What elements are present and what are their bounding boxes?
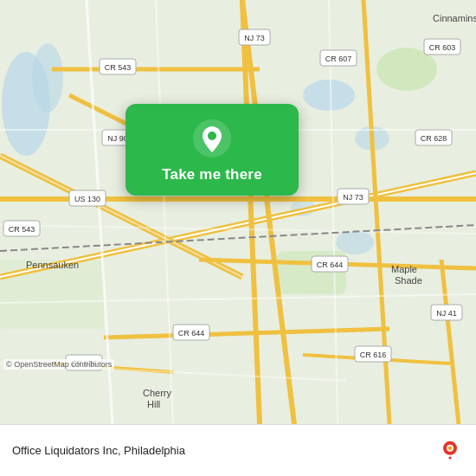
svg-text:CR 616: CR 616 xyxy=(360,351,387,359)
take-me-there-button[interactable]: Take me there xyxy=(125,104,299,196)
svg-text:CR 607: CR 607 xyxy=(325,55,352,63)
map-container: CR 543 NJ 73 NJ 73 CR 607 CR 603 NJ 90 U… xyxy=(0,0,476,424)
svg-text:Cherry: Cherry xyxy=(143,388,172,398)
svg-text:NJ 73: NJ 73 xyxy=(244,34,265,42)
svg-point-3 xyxy=(303,80,355,111)
location-label: Office Liquidators Inc, Philadelphia xyxy=(12,444,185,457)
svg-text:Shade: Shade xyxy=(395,275,422,286)
bottom-bar: Office Liquidators Inc, Philadelphia xyxy=(0,424,476,476)
svg-text:CR 644: CR 644 xyxy=(178,329,205,338)
svg-text:CR 628: CR 628 xyxy=(421,134,447,143)
svg-text:CR 603: CR 603 xyxy=(429,43,456,52)
take-me-there-label: Take me there xyxy=(162,166,262,183)
svg-rect-9 xyxy=(0,260,104,329)
location-pin-icon xyxy=(193,119,231,158)
svg-point-71 xyxy=(448,446,453,450)
svg-text:Maple: Maple xyxy=(391,264,417,274)
svg-point-68 xyxy=(208,132,216,140)
svg-text:US 130: US 130 xyxy=(74,195,100,203)
svg-text:NJ 73: NJ 73 xyxy=(343,193,363,202)
svg-text:Pennsauken: Pennsauken xyxy=(26,260,79,270)
svg-text:NJ 41: NJ 41 xyxy=(436,309,457,318)
map-attribution: © OpenStreetMap contributors xyxy=(3,359,114,370)
svg-text:CR 543: CR 543 xyxy=(105,63,132,72)
svg-text:CR 543: CR 543 xyxy=(9,225,35,234)
svg-point-2 xyxy=(32,43,63,113)
svg-point-72 xyxy=(448,456,451,459)
svg-point-5 xyxy=(336,230,374,254)
moovit-icon xyxy=(436,437,464,465)
svg-text:Hill: Hill xyxy=(147,399,160,409)
svg-text:Cinnaminson: Cinnaminson xyxy=(433,13,476,23)
moovit-logo xyxy=(436,437,464,465)
svg-text:CR 644: CR 644 xyxy=(317,261,344,269)
